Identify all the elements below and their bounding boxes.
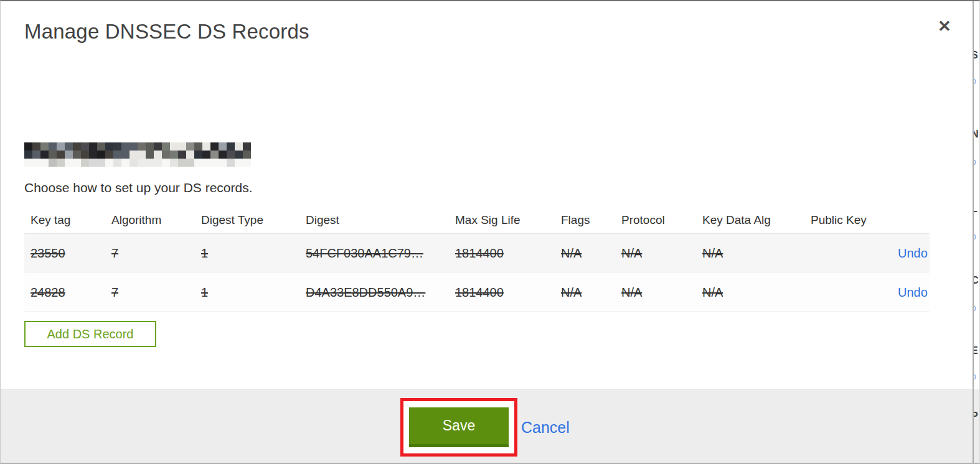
background-label-fragment: E [973,345,978,356]
column-header-digest: Digest [299,213,449,227]
cell-digest: D4A33E8DD550A9… [299,285,449,300]
table-row: 23550 7 1 54FCF030AA1C79… 1814400 N/A N/… [24,234,930,273]
save-button[interactable]: Save [409,407,509,447]
intro-text: Choose how to set up your DS records. [24,180,253,195]
cell-algorithm: 7 [105,285,195,300]
column-header-protocol: Protocol [615,213,696,227]
column-header-flags: Flags [555,213,615,227]
cell-protocol: N/A [615,246,696,261]
redacted-domain-name [24,142,251,167]
cell-digest-type: 1 [195,246,299,261]
table-header-row: Key tag Algorithm Digest Type Digest Max… [24,206,930,234]
background-link-fragment: o [973,371,976,381]
cell-algorithm: 7 [105,246,195,261]
column-header-public-key: Public Key [804,213,892,227]
close-icon[interactable]: ✕ [933,15,956,37]
column-header-key-tag: Key tag [24,213,105,227]
column-header-algorithm: Algorithm [105,213,195,227]
cell-flags: N/A [555,285,615,300]
cell-key-data-alg: N/A [696,246,804,261]
ds-records-table: Key tag Algorithm Digest Type Digest Max… [24,206,930,312]
cell-flags: N/A [555,246,615,261]
background-link-fragment: o [973,303,976,313]
cell-digest-type: 1 [195,285,299,300]
table-row: 24828 7 1 D4A33E8DD550A9… 1814400 N/A N/… [24,273,930,312]
page-title: Manage DNSSEC DS Records [24,20,309,44]
cell-key-data-alg: N/A [696,285,804,300]
background-footer-strip [974,389,979,464]
modal-window: Manage DNSSEC DS Records ✕ Choose how to… [0,0,980,464]
background-label-fragment: P [973,411,978,422]
cancel-link[interactable]: Cancel [521,419,570,437]
cell-protocol: N/A [615,285,696,300]
cell-digest: 54FCF030AA1C79… [299,246,449,261]
column-header-digest-type: Digest Type [195,213,299,227]
undo-link[interactable]: Undo [898,246,928,260]
background-label-fragment: S [973,50,978,61]
background-page-sliver: SoNoLoCoEoP [973,1,979,464]
annotation-highlight-box: Save [400,398,517,457]
background-link-fragment: o [973,76,976,86]
background-label-fragment: N [973,129,979,140]
cell-key-tag: 24828 [24,285,105,300]
modal-footer: Save Cancel [1,389,973,464]
add-ds-record-button[interactable]: Add DS Record [24,321,156,347]
cell-max-sig-life: 1814400 [449,285,555,300]
background-link-fragment: o [973,157,976,167]
background-label-fragment: C [973,275,979,286]
background-label-fragment: L [973,203,978,215]
manage-dnssec-modal: Manage DNSSEC DS Records ✕ Choose how to… [1,1,973,464]
cell-max-sig-life: 1814400 [449,246,555,261]
cell-key-tag: 23550 [24,246,105,261]
column-header-max-sig-life: Max Sig Life [449,213,555,227]
column-header-key-data-alg: Key Data Alg [696,213,804,227]
background-link-fragment: o [973,231,976,241]
undo-link[interactable]: Undo [898,285,928,299]
